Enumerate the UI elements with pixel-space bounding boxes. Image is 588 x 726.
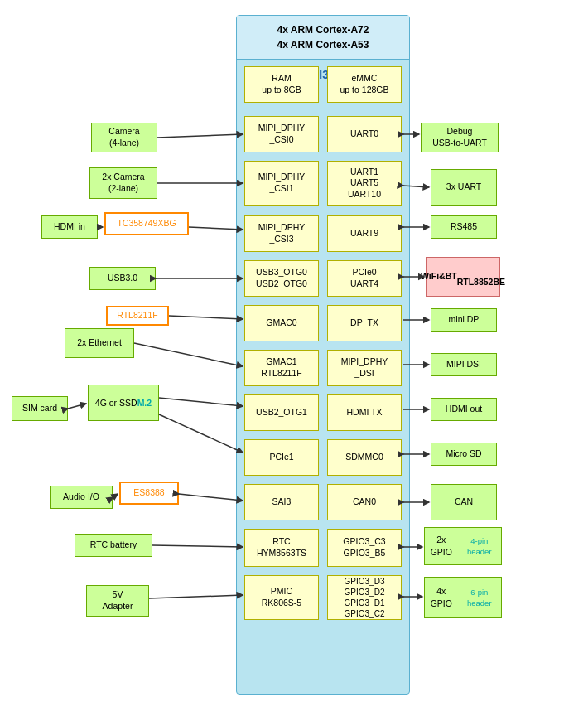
pmic-box: PMICRK806S-5: [244, 575, 319, 620]
uart-3x-box: 3x UART: [431, 169, 497, 206]
hdmi-in-box: HDMI in: [41, 215, 98, 239]
pcie1-box: PCIe1: [244, 439, 319, 476]
uart0-box: UART0: [327, 116, 402, 152]
ram-box: RAMup to 8GB: [244, 66, 319, 103]
gmac0-box: GMAC0: [244, 305, 319, 341]
m2-box: 4G or SSDM.2: [88, 385, 159, 421]
adapter-5v-box: 5VAdapter: [86, 585, 149, 617]
rs485-box: RS485: [431, 215, 497, 239]
wifi-bt-box: WiFi&BTRTL8852BE: [426, 257, 500, 297]
sim-card-box: SIM card: [12, 396, 68, 421]
uart9-box: UART9: [327, 215, 402, 252]
pcie0-box: PCIe0UART4: [327, 260, 402, 297]
svg-line-8: [159, 398, 243, 406]
cpu-line2: 4x ARM Cortex-A53: [240, 37, 406, 52]
gmac1-box: GMAC1RTL8211F: [244, 350, 319, 386]
gpio3-c3b5-box: GPIO3_C3GPIO3_B5: [327, 529, 402, 567]
svg-line-3: [189, 227, 243, 230]
sdmmc0-box: SDMMC0: [327, 439, 402, 476]
gpio-2x-box: 2x GPIO4-pin header: [424, 527, 502, 565]
svg-line-11: [179, 494, 243, 501]
mipi-csi1-box: MIPI_DPHY_CSI1: [244, 161, 319, 206]
es8388-box: ES8388: [119, 482, 179, 505]
usb30-box: USB3.0: [89, 267, 156, 290]
can-box: CAN: [431, 484, 497, 520]
svg-line-7: [68, 404, 86, 409]
sai3-box: SAI3: [244, 484, 319, 520]
svg-line-5: [169, 316, 243, 319]
uart15-box: UART1UART5UART10: [327, 161, 402, 206]
audio-io-box: Audio I/O: [50, 486, 113, 509]
hdmi-tx-box: HDMI TX: [327, 394, 402, 431]
svg-line-10: [113, 494, 118, 497]
cpu-header: 4x ARM Cortex-A72 4x ARM Cortex-A53: [237, 16, 409, 60]
debug-uart-box: DebugUSB-to-UART: [421, 123, 499, 152]
mipi-csi3-box: MIPI_DPHY_CSI3: [244, 215, 319, 252]
mini-dp-box: mini DP: [431, 308, 497, 332]
svg-line-9: [159, 414, 243, 453]
dp-tx-box: DP_TX: [327, 305, 402, 341]
mipi-dsi-box: MIPI_DPHY_DSI: [327, 350, 402, 386]
gpio3-d-box: GPIO3_D3GPIO3_D2GPIO3_D1GPIO3_C2: [327, 575, 402, 620]
rtc-battery-box: RTC battery: [75, 534, 152, 557]
hdmi-out-box: HDMI out: [431, 398, 497, 421]
svg-line-0: [157, 134, 243, 138]
cpu-line1: 4x ARM Cortex-A72: [240, 22, 406, 37]
can0-box: CAN0: [327, 484, 402, 520]
svg-line-13: [149, 595, 243, 598]
rtl8211f-box: RTL8211F: [106, 306, 169, 326]
diagram-container: 4x ARM Cortex-A72 4x ARM Cortex-A53 MINI…: [0, 0, 588, 726]
emmc-box: eMMCup to 128GB: [327, 66, 402, 103]
gpio-4x-box: 4x GPIO6-pin header: [424, 577, 502, 618]
svg-line-6: [134, 343, 243, 366]
camera-4lane-box: Camera(4-lane): [91, 123, 157, 152]
camera-2lane-box: 2x Camera(2-lane): [89, 167, 157, 199]
micro-sd-box: Micro SD: [431, 443, 497, 466]
usb2-otg1-box: USB2_OTG1: [244, 394, 319, 431]
usb3-otg0-box: USB3_OTG0USB2_OTG0: [244, 260, 319, 297]
rtc-box: RTCHYM8563TS: [244, 529, 319, 567]
tc358749xbg-box: TC358749XBG: [104, 212, 189, 235]
ethernet-2x-box: 2x Ethernet: [65, 328, 134, 358]
svg-line-12: [152, 545, 243, 547]
mipi-dsi-out-box: MIPI DSI: [431, 353, 497, 376]
mipi-csi0-box: MIPI_DPHY_CSI0: [244, 116, 319, 152]
